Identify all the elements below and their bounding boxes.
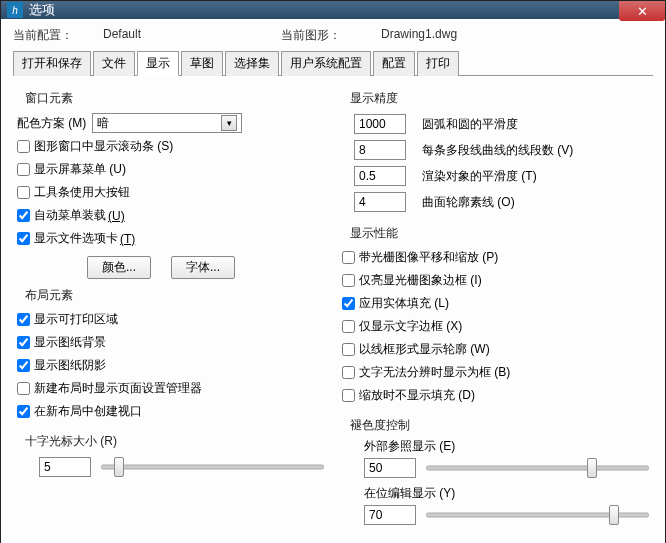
tab-sketch[interactable]: 草图 [181,51,223,76]
inplace-slider-row [364,504,649,526]
info-row: 当前配置： Default 当前图形： Drawing1.dwg [13,27,653,44]
color-scheme-select[interactable]: 暗 ▼ [92,113,242,133]
checkbox-auto-menu-input[interactable] [17,209,30,222]
checkbox-paper-shadow-input[interactable] [17,359,30,372]
inplace-slider[interactable] [426,504,649,526]
checkbox-paper-bg[interactable]: 显示图纸背景 [17,334,324,351]
xref-slider-row [364,457,649,479]
checkbox-raster-pan[interactable]: 带光栅图像平移和缩放 (P) [342,249,649,266]
tab-open-save[interactable]: 打开和保存 [13,51,91,76]
checkbox-printable-area[interactable]: 显示可打印区域 [17,311,324,328]
crosshair-input[interactable] [39,457,91,477]
checkbox-text-frame[interactable]: 仅显示文字边框 (X) [342,318,649,335]
checkbox-text-frame-input[interactable] [342,320,355,333]
left-column: 窗口元素 配色方案 (M) 暗 ▼ 图形窗口中显示滚动条 (S) 显示屏幕菜单 … [17,88,324,528]
options-window: h 选项 ✕ 当前配置： Default 当前图形： Drawing1.dwg … [0,0,666,543]
inplace-input[interactable] [364,505,416,525]
titlebar: h 选项 ✕ [1,1,665,19]
checkbox-paper-shadow[interactable]: 显示图纸阴影 [17,357,324,374]
tab-body: 窗口元素 配色方案 (M) 暗 ▼ 图形窗口中显示滚动条 (S) 显示屏幕菜单 … [13,80,653,536]
current-config-label: 当前配置： [13,27,73,44]
font-button[interactable]: 字体... [171,256,235,279]
checkbox-wireframe-input[interactable] [342,343,355,356]
checkbox-no-fill-zoom[interactable]: 缩放时不显示填充 (D) [342,387,649,404]
color-button[interactable]: 颜色... [87,256,151,279]
xref-input[interactable] [364,458,416,478]
slider-thumb[interactable] [587,458,597,478]
chevron-down-icon: ▼ [221,115,237,131]
group-display-perf: 显示性能 [350,225,649,242]
checkbox-text-box-input[interactable] [342,366,355,379]
surface-input[interactable] [354,192,406,212]
tab-print[interactable]: 打印 [417,51,459,76]
app-icon: h [7,2,23,18]
checkbox-wireframe[interactable]: 以线框形式显示轮廓 (W) [342,341,649,358]
checkbox-raster-frame-input[interactable] [342,274,355,287]
close-button[interactable]: ✕ [619,1,665,21]
inplace-edit-label: 在位编辑显示 (Y) [364,485,649,502]
render-smooth-label: 渲染对象的平滑度 (T) [422,168,537,185]
render-smooth-input[interactable] [354,166,406,186]
checkbox-auto-menu[interactable]: 自动菜单装载(U) [17,207,324,224]
current-config-value: Default [103,27,141,44]
tab-display[interactable]: 显示 [137,51,179,76]
checkbox-screen-menu[interactable]: 显示屏幕菜单 (U) [17,161,324,178]
slider-thumb[interactable] [609,505,619,525]
window-title: 选项 [29,1,55,19]
polyline-label: 每条多段线曲线的线段数 (V) [422,142,573,159]
crosshair-slider-row [39,456,324,478]
current-drawing-label: 当前图形： [281,27,341,44]
crosshair-slider[interactable] [101,456,324,478]
checkbox-raster-frame[interactable]: 仅亮显光栅图象边框 (I) [342,272,649,289]
checkbox-scrollbars-input[interactable] [17,140,30,153]
checkbox-create-viewport-input[interactable] [17,405,30,418]
tab-file[interactable]: 文件 [93,51,135,76]
arc-smooth-label: 圆弧和圆的平滑度 [422,116,518,133]
tab-selection[interactable]: 选择集 [225,51,279,76]
checkbox-file-tabs[interactable]: 显示文件选项卡(T) [17,230,324,247]
surface-label: 曲面轮廓素线 (O) [422,194,515,211]
polyline-input[interactable] [354,140,406,160]
checkbox-big-buttons-input[interactable] [17,186,30,199]
group-layout-elements: 布局元素 [25,287,324,304]
checkbox-page-setup-mgr[interactable]: 新建布局时显示页面设置管理器 [17,380,324,397]
color-scheme-label: 配色方案 (M) [17,115,86,132]
color-scheme-row: 配色方案 (M) 暗 ▼ [17,113,324,133]
checkbox-screen-menu-input[interactable] [17,163,30,176]
checkbox-create-viewport[interactable]: 在新布局中创建视口 [17,403,324,420]
arc-smooth-input[interactable] [354,114,406,134]
checkbox-big-buttons[interactable]: 工具条使用大按钮 [17,184,324,201]
group-fade-control: 褪色度控制 [350,417,649,434]
group-window-elements: 窗口元素 [25,90,324,107]
close-icon: ✕ [637,4,648,19]
checkbox-raster-pan-input[interactable] [342,251,355,264]
checkbox-paper-bg-input[interactable] [17,336,30,349]
tab-config[interactable]: 配置 [373,51,415,76]
current-drawing-value: Drawing1.dwg [381,27,457,44]
tab-user-config[interactable]: 用户系统配置 [281,51,371,76]
checkbox-file-tabs-input[interactable] [17,232,30,245]
right-column: 显示精度 圆弧和圆的平滑度 每条多段线曲线的线段数 (V) 渲染对象的平滑度 (… [342,88,649,528]
slider-thumb[interactable] [114,457,124,477]
group-crosshair: 十字光标大小 (R) [25,433,324,450]
checkbox-text-box[interactable]: 文字无法分辨时显示为框 (B) [342,364,649,381]
xref-slider[interactable] [426,457,649,479]
xref-display-label: 外部参照显示 (E) [364,438,649,455]
checkbox-solid-fill-input[interactable] [342,297,355,310]
checkbox-no-fill-zoom-input[interactable] [342,389,355,402]
content-area: 当前配置： Default 当前图形： Drawing1.dwg 打开和保存 文… [1,19,665,543]
checkbox-solid-fill[interactable]: 应用实体填充 (L) [342,295,649,312]
checkbox-page-setup-mgr-input[interactable] [17,382,30,395]
tab-bar: 打开和保存 文件 显示 草图 选择集 用户系统配置 配置 打印 [13,50,653,76]
checkbox-scrollbars[interactable]: 图形窗口中显示滚动条 (S) [17,138,324,155]
checkbox-printable-area-input[interactable] [17,313,30,326]
color-scheme-value: 暗 [97,115,109,132]
group-display-precision: 显示精度 [350,90,649,107]
